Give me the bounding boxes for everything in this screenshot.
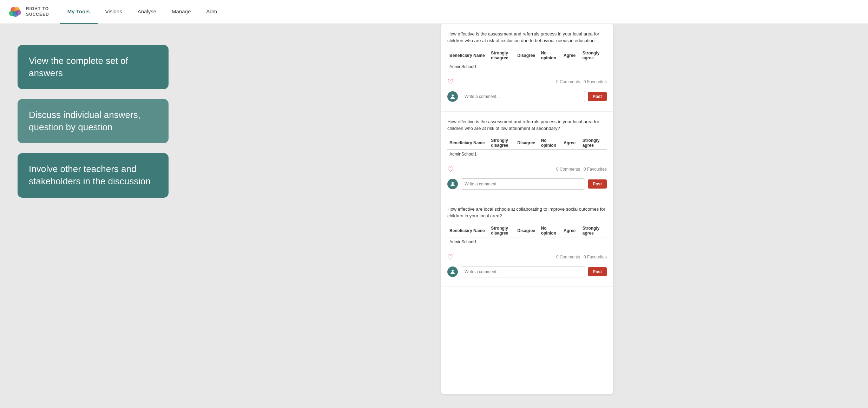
nav-item-visions[interactable]: Visions — [98, 0, 130, 24]
svg-point-6 — [452, 182, 454, 184]
table-row: AdminSchool1 — [447, 150, 607, 159]
reaction-row-2: ♡ 0 Comments 0 Favourites — [447, 251, 607, 263]
svg-point-4 — [15, 10, 21, 15]
col-header-sd-0: Strongly disagree — [489, 49, 515, 62]
post-button-1[interactable]: Post — [588, 179, 607, 189]
reaction-row-1: ♡ 0 Comments 0 Favourites — [447, 163, 607, 175]
col-header-sd-1: Strongly disagree — [489, 137, 515, 150]
feature-card-0: View the complete set of answers — [18, 45, 169, 89]
col-header-name-0: Beneficiary Name — [447, 49, 489, 62]
heart-icon-1[interactable]: ♡ — [447, 165, 454, 173]
comment-input-0[interactable] — [461, 91, 585, 102]
navbar: RIGHT TO SUCCEED My Tools Visions Analys… — [0, 0, 868, 24]
row-no-1-0 — [539, 150, 561, 159]
col-header-d-1: Disagree — [515, 137, 539, 150]
row-sd-0-0 — [489, 62, 515, 71]
row-a-0-0 — [561, 62, 580, 71]
row-name-1-0: AdminSchool1 — [447, 150, 489, 159]
feature-card-1: Discuss individual answers, question by … — [18, 99, 169, 143]
row-d-2-0 — [515, 237, 539, 247]
right-panel: How effective is the assessment and refe… — [186, 24, 868, 408]
question-block-1: How effective is the assessment and refe… — [441, 112, 613, 199]
question-block-2: How effective are local schools at colla… — [441, 199, 613, 287]
row-sa-1-0 — [580, 150, 607, 159]
row-sa-0-0 — [580, 62, 607, 71]
reaction-row-0: ♡ 0 Comments 0 Favourites — [447, 75, 607, 87]
col-header-a-2: Agree — [561, 224, 580, 237]
col-header-d-0: Disagree — [515, 49, 539, 62]
question-text-0: How effective is the assessment and refe… — [447, 31, 607, 44]
col-header-sa-0: Strongly agree — [580, 49, 607, 62]
answer-table-1: Beneficiary Name Strongly disagree Disag… — [447, 137, 607, 159]
row-a-2-0 — [561, 237, 580, 247]
question-block-0: How effective is the assessment and refe… — [441, 24, 613, 112]
heart-icon-2[interactable]: ♡ — [447, 253, 454, 261]
col-header-name-2: Beneficiary Name — [447, 224, 489, 237]
svg-point-5 — [452, 94, 454, 97]
main-layout: View the complete set of answers Discuss… — [0, 24, 868, 408]
comment-input-1[interactable] — [461, 178, 585, 190]
nav-items: My Tools Visions Analyse Manage Adm — [60, 0, 225, 24]
post-button-0[interactable]: Post — [588, 92, 607, 101]
col-header-a-1: Agree — [561, 137, 580, 150]
col-header-no-1: No opinion — [539, 137, 561, 150]
answer-table-0: Beneficiary Name Strongly disagree Disag… — [447, 49, 607, 71]
stats-text-2: 0 Comments 0 Favourites — [556, 255, 607, 259]
logo-text: RIGHT TO SUCCEED — [26, 6, 49, 17]
feature-card-text-0: View the complete set of answers — [29, 55, 128, 78]
nav-item-analyse[interactable]: Analyse — [130, 0, 164, 24]
user-icon-1 — [449, 181, 456, 187]
row-name-2-0: AdminSchool1 — [447, 237, 489, 247]
content-card: How effective is the assessment and refe… — [441, 24, 613, 394]
col-header-sa-2: Strongly agree — [580, 224, 607, 237]
nav-item-manage[interactable]: Manage — [164, 0, 198, 24]
col-header-sd-2: Strongly disagree — [489, 224, 515, 237]
logo-icon — [7, 4, 22, 20]
col-header-no-2: No opinion — [539, 224, 561, 237]
feature-card-text-2: Involve other teachers and stakeholders … — [29, 164, 151, 186]
user-icon-0 — [449, 93, 456, 100]
row-sa-2-0 — [580, 237, 607, 247]
avatar-2 — [447, 266, 458, 277]
col-header-name-1: Beneficiary Name — [447, 137, 489, 150]
comment-row-2: Post — [447, 263, 607, 279]
user-icon-2 — [449, 269, 456, 275]
col-header-no-0: No opinion — [539, 49, 561, 62]
row-no-0-0 — [539, 62, 561, 71]
svg-point-7 — [452, 270, 454, 272]
question-text-1: How effective is the assessment and refe… — [447, 119, 607, 132]
avatar-1 — [447, 179, 458, 189]
comment-row-1: Post — [447, 175, 607, 192]
col-header-sa-1: Strongly agree — [580, 137, 607, 150]
row-no-2-0 — [539, 237, 561, 247]
question-text-2: How effective are local schools at colla… — [447, 206, 607, 219]
row-a-1-0 — [561, 150, 580, 159]
table-row: AdminSchool1 — [447, 237, 607, 247]
row-sd-1-0 — [489, 150, 515, 159]
feature-card-2: Involve other teachers and stakeholders … — [18, 153, 169, 197]
feature-card-text-1: Discuss individual answers, question by … — [29, 110, 140, 132]
answer-table-2: Beneficiary Name Strongly disagree Disag… — [447, 224, 607, 246]
col-header-d-2: Disagree — [515, 224, 539, 237]
table-row: AdminSchool1 — [447, 62, 607, 71]
row-d-1-0 — [515, 150, 539, 159]
heart-icon-0[interactable]: ♡ — [447, 78, 454, 86]
stats-text-1: 0 Comments 0 Favourites — [556, 167, 607, 172]
left-panel: View the complete set of answers Discuss… — [0, 24, 186, 408]
post-button-2[interactable]: Post — [588, 267, 607, 276]
row-sd-2-0 — [489, 237, 515, 247]
nav-item-adm[interactable]: Adm — [198, 0, 225, 24]
row-name-0-0: AdminSchool1 — [447, 62, 489, 71]
stats-text-0: 0 Comments 0 Favourites — [556, 79, 607, 84]
row-d-0-0 — [515, 62, 539, 71]
nav-item-mytools[interactable]: My Tools — [60, 0, 98, 24]
avatar-0 — [447, 91, 458, 102]
comment-row-0: Post — [447, 87, 607, 104]
logo: RIGHT TO SUCCEED — [7, 4, 49, 20]
comment-input-2[interactable] — [461, 266, 585, 277]
col-header-a-0: Agree — [561, 49, 580, 62]
